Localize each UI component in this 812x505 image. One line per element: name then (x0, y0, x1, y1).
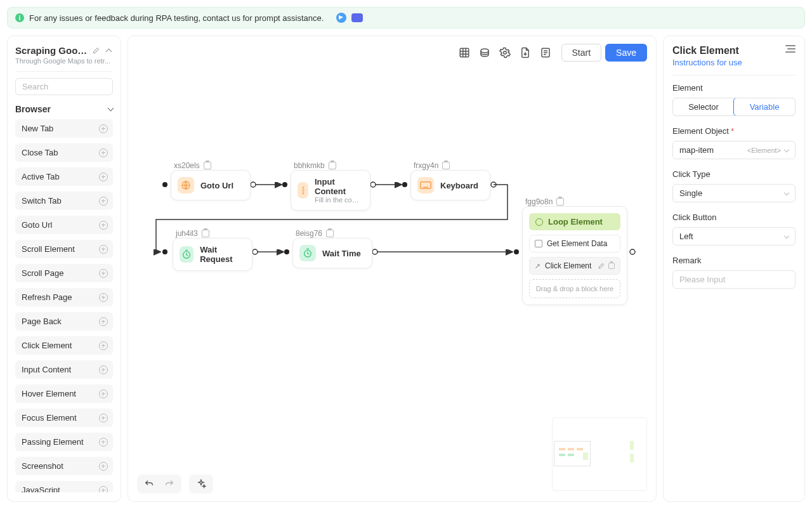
loop-item-click-element[interactable]: Click Element (529, 257, 620, 275)
menu-icon[interactable] (785, 45, 796, 53)
undo-button[interactable] (143, 478, 155, 490)
plus-icon[interactable] (99, 462, 108, 471)
plus-icon[interactable] (99, 438, 108, 447)
sidebar-item-label: Goto Url (22, 220, 52, 230)
search-input[interactable] (15, 78, 113, 95)
sidebar-item[interactable]: Scroll Element (15, 240, 113, 258)
sidebar-item[interactable]: Close Tab (15, 143, 113, 162)
loop-drop-zone[interactable]: Drag & drop a block here (529, 279, 620, 298)
sidebar-item[interactable]: Hover Element (15, 384, 113, 403)
node-wait-request[interactable]: Wait Request (173, 238, 252, 271)
trash-icon[interactable] (556, 198, 564, 206)
plus-icon[interactable] (99, 197, 108, 206)
node-id-label: frxgy4n (414, 161, 450, 170)
plus-icon[interactable] (99, 486, 108, 493)
save-button[interactable]: Save (605, 44, 647, 62)
sidebar-item[interactable]: Refresh Page (15, 288, 113, 306)
trash-icon[interactable] (329, 162, 336, 169)
svg-point-12 (372, 249, 377, 254)
trash-icon[interactable] (442, 162, 450, 169)
trash-icon[interactable] (204, 162, 211, 169)
sidebar-item-label: JavaScript (22, 485, 60, 492)
minimap[interactable] (552, 417, 647, 491)
timer-icon (299, 245, 316, 261)
plus-icon[interactable] (99, 317, 108, 326)
chevron-down-icon (108, 104, 113, 114)
sidebar-item[interactable]: Screenshot (15, 457, 113, 475)
category-browser[interactable]: Browser (15, 104, 113, 114)
sidebar-item[interactable]: Switch Tab (15, 192, 113, 210)
loop-item-get-element-data[interactable]: Get Element Data (529, 235, 620, 253)
sidebar-item-label: Passing Element (22, 437, 84, 447)
trash-icon[interactable] (202, 230, 209, 237)
sidebar-item[interactable]: Active Tab (15, 167, 113, 186)
export-icon[interactable] (520, 47, 531, 58)
right-panel: Click Element Instructions for use Eleme… (663, 36, 805, 502)
sidebar-item[interactable]: New Tab (15, 119, 113, 138)
node-id-label: xs20els (174, 161, 211, 170)
plus-icon[interactable] (99, 221, 108, 230)
layers-icon[interactable] (479, 47, 490, 58)
canvas-toolbar: Start Save (459, 44, 648, 62)
collapse-icon[interactable] (104, 46, 113, 55)
sidebar-item-label: Refresh Page (22, 292, 72, 302)
plus-icon[interactable] (99, 365, 108, 374)
loop-header: Loop Element (529, 213, 620, 230)
svg-point-3 (162, 182, 167, 187)
svg-point-8 (491, 182, 496, 187)
start-button[interactable]: Start (561, 44, 602, 62)
edit-icon[interactable] (598, 263, 605, 270)
plus-icon[interactable] (99, 173, 108, 181)
node-id-label: bbhkmkb (294, 161, 336, 170)
plus-icon[interactable] (99, 293, 108, 302)
left-panel: Scraping Google... Through Google Maps t… (7, 36, 121, 502)
element-label: Element (672, 83, 796, 93)
edit-title-icon[interactable] (91, 46, 100, 55)
node-wait-time[interactable]: Wait Time (292, 238, 372, 268)
plus-icon[interactable] (99, 245, 108, 254)
trash-icon[interactable] (326, 230, 334, 237)
category-label: Browser (15, 104, 51, 114)
plus-icon[interactable] (99, 414, 108, 423)
gear-icon[interactable] (499, 47, 511, 58)
node-keyboard[interactable]: Keyboard (410, 170, 490, 200)
remark-input-wrap (672, 270, 796, 289)
remark-input[interactable] (679, 275, 789, 284)
telegram-icon[interactable] (336, 13, 346, 23)
sidebar-item[interactable]: Input Content (15, 360, 113, 379)
plus-icon[interactable] (99, 148, 108, 157)
plus-icon[interactable] (99, 269, 108, 278)
instructions-link[interactable]: Instructions for use (672, 58, 742, 67)
click-button-select[interactable]: Left (672, 227, 796, 246)
plus-icon[interactable] (99, 390, 108, 398)
svg-point-7 (402, 182, 407, 187)
plus-icon[interactable] (99, 341, 108, 350)
node-loop-element[interactable]: Loop Element Get Element Data Click Elem… (522, 206, 627, 305)
sidebar-item[interactable]: JavaScript (15, 481, 113, 492)
sidebar-item[interactable]: Passing Element (15, 433, 113, 451)
node-input-content[interactable]: Input Content Fill in the cont... (291, 170, 370, 211)
canvas[interactable]: Start Save (128, 36, 657, 502)
sidebar-item-label: Switch Tab (22, 196, 62, 206)
node-goto-url[interactable]: Goto Url (171, 170, 251, 200)
notes-icon[interactable] (540, 47, 551, 58)
discord-icon[interactable] (351, 13, 363, 22)
grid-icon[interactable] (459, 47, 470, 58)
plus-icon[interactable] (99, 124, 108, 133)
sidebar-item[interactable]: Scroll Page (15, 264, 113, 282)
svg-point-11 (284, 249, 289, 254)
element-object-select[interactable]: map-item <Element> (672, 141, 796, 159)
seg-variable[interactable]: Variable (733, 98, 796, 116)
sidebar-item-label: Focus Element (22, 413, 77, 423)
magic-button[interactable] (195, 478, 207, 490)
sidebar-item[interactable]: Goto Url (15, 216, 113, 234)
click-type-select[interactable]: Single (672, 184, 796, 202)
keyboard-icon (417, 177, 434, 193)
seg-selector[interactable]: Selector (673, 98, 734, 115)
remark-label: Remark (672, 256, 796, 265)
sidebar-item[interactable]: Click Element (15, 336, 113, 355)
trash-icon[interactable] (608, 263, 615, 269)
sidebar-item[interactable]: Page Back (15, 312, 113, 331)
redo-button[interactable] (164, 478, 175, 490)
sidebar-item[interactable]: Focus Element (15, 409, 113, 427)
